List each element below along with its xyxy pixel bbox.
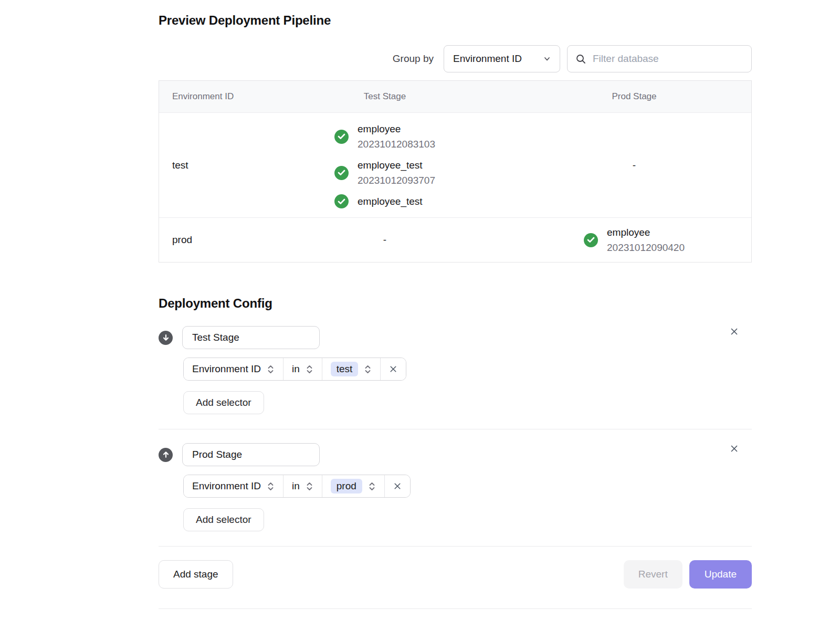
- test-stage-cell: employee 20231012083103 employee_test 20…: [254, 113, 516, 217]
- table-row: test employee 20231012083103: [159, 113, 751, 218]
- chevrons-up-down-icon: [306, 364, 313, 374]
- deployment-entry: employee_test: [334, 194, 435, 209]
- stage-block-prod: Environment ID in prod Add sel: [159, 443, 752, 531]
- chevrons-up-down-icon: [364, 364, 372, 374]
- deployment-config-title: Deployment Config: [159, 296, 752, 311]
- deployment-name: employee_test: [358, 194, 423, 209]
- column-header-environment-id: Environment ID: [159, 81, 254, 112]
- check-circle-icon: [584, 233, 598, 247]
- selector-value-pill: test: [331, 362, 359, 376]
- remove-selector-button[interactable]: [385, 475, 410, 497]
- check-circle-icon: [334, 194, 349, 208]
- deployment-entry: employee_test 20231012093707: [334, 158, 435, 188]
- prod-stage-cell: employee 20231012090420: [516, 218, 752, 262]
- column-header-prod-stage: Prod Stage: [516, 81, 752, 112]
- actions-row: Add stage Revert Update: [159, 560, 752, 589]
- selector-value-pill: prod: [331, 479, 362, 494]
- arrow-up-circle-icon: [159, 448, 173, 462]
- group-by-select[interactable]: Environment ID: [444, 45, 560, 72]
- selector-key-select[interactable]: Environment ID: [184, 358, 284, 380]
- selector-key-value: Environment ID: [192, 480, 261, 492]
- revert-button[interactable]: Revert: [624, 560, 682, 589]
- bottom-divider: [159, 608, 752, 609]
- selector-operator-value: in: [292, 363, 300, 375]
- deployment-timestamp: 20231012090420: [607, 240, 685, 255]
- column-header-test-stage: Test Stage: [254, 81, 516, 112]
- stage-header-row: [159, 443, 752, 466]
- test-stage-cell: -: [254, 218, 516, 262]
- selector-key-value: Environment ID: [192, 363, 261, 375]
- deployment-entry: employee 20231012083103: [334, 121, 435, 152]
- remove-selector-button[interactable]: [381, 358, 406, 380]
- add-selector-button[interactable]: Add selector: [183, 508, 264, 531]
- stage-divider: [159, 429, 752, 429]
- chevrons-up-down-icon: [306, 481, 313, 491]
- remove-stage-button[interactable]: [727, 324, 741, 339]
- check-circle-icon: [334, 130, 349, 144]
- deployment-timestamp: 20231012083103: [358, 136, 435, 152]
- selector-value-select[interactable]: test: [322, 358, 381, 380]
- stage-name-input[interactable]: [182, 443, 320, 466]
- stage-header-row: [159, 326, 752, 349]
- add-stage-button[interactable]: Add stage: [159, 560, 233, 589]
- environment-id-cell: prod: [159, 218, 254, 262]
- prod-stage-cell: -: [516, 113, 752, 217]
- table-header-row: Environment ID Test Stage Prod Stage: [159, 81, 751, 113]
- deployment-entries: employee 20231012083103 employee_test 20…: [334, 121, 435, 209]
- chevrons-up-down-icon: [368, 481, 376, 491]
- selector-operator-select[interactable]: in: [284, 358, 322, 380]
- deployment-name: employee: [607, 225, 685, 240]
- deployment-name: employee_test: [358, 158, 435, 173]
- stage-block-test: Environment ID in test Add sel: [159, 326, 752, 414]
- selector-operator-select[interactable]: in: [284, 475, 322, 497]
- selector-value-select[interactable]: prod: [322, 475, 385, 497]
- chevrons-up-down-icon: [267, 481, 275, 491]
- remove-stage-button[interactable]: [727, 441, 741, 456]
- main-content: Preview Deployment Pipeline Group by Env…: [159, 0, 752, 609]
- selector-key-select[interactable]: Environment ID: [184, 475, 284, 497]
- filter-database-input[interactable]: [593, 53, 743, 65]
- arrow-down-circle-icon: [159, 331, 173, 345]
- chevrons-up-down-icon: [267, 364, 275, 374]
- deployment-entry: employee 20231012090420: [584, 225, 685, 255]
- group-by-label: Group by: [393, 53, 434, 65]
- actions-right: Revert Update: [624, 560, 752, 589]
- selector-operator-value: in: [292, 480, 300, 492]
- selector-row: Environment ID in test: [183, 358, 406, 381]
- deployment-timestamp: 20231012093707: [358, 173, 435, 188]
- search-icon: [575, 54, 586, 65]
- add-selector-button[interactable]: Add selector: [183, 391, 264, 414]
- deployment-name: employee: [358, 121, 435, 136]
- page-title: Preview Deployment Pipeline: [159, 13, 752, 28]
- filter-database-field: [567, 45, 752, 72]
- chevron-down-icon: [542, 54, 552, 64]
- group-by-value: Environment ID: [453, 53, 522, 65]
- pipeline-table: Environment ID Test Stage Prod Stage tes…: [159, 80, 752, 262]
- stage-name-input[interactable]: [182, 326, 320, 349]
- actions-divider: [159, 546, 752, 547]
- environment-id-cell: test: [159, 113, 254, 217]
- selector-row: Environment ID in prod: [183, 475, 411, 498]
- update-button[interactable]: Update: [689, 560, 752, 589]
- check-circle-icon: [334, 166, 349, 180]
- table-controls: Group by Environment ID: [159, 45, 752, 72]
- table-row: prod - employee 20231012090420: [159, 218, 751, 262]
